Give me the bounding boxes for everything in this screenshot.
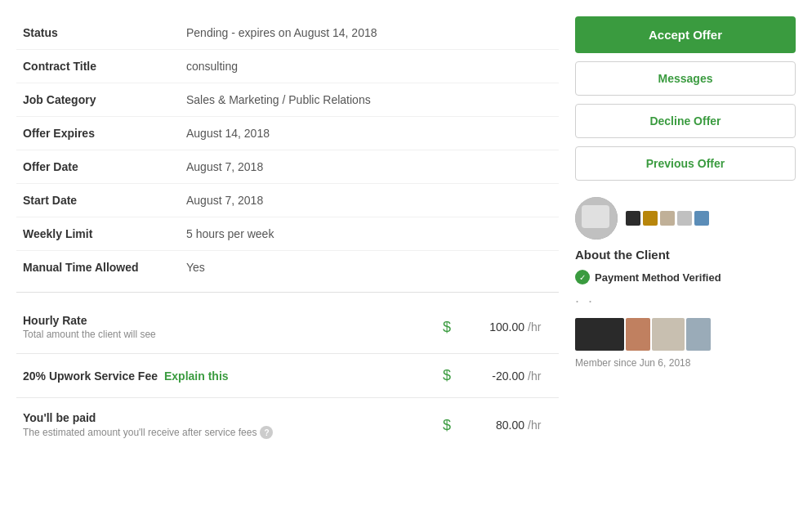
- main-content: Status Pending - expires on August 14, 2…: [16, 16, 559, 499]
- about-client-title: About the Client: [575, 248, 796, 262]
- pricing-row: 20% Upwork Service FeeExplain this $ -20…: [16, 354, 559, 398]
- dollar-sign: $: [435, 367, 459, 384]
- payment-verified-icon: ✓: [575, 270, 590, 284]
- pricing-row: You'll be paid The estimated amount you'…: [16, 398, 559, 452]
- info-row: Weekly Limit 5 hours per week: [16, 217, 559, 251]
- client-section: About the Client ✓ Payment Method Verifi…: [575, 197, 796, 369]
- color-swatch: [677, 211, 692, 226]
- pricing-section: Hourly Rate Total amount the client will…: [16, 301, 559, 452]
- info-table: Status Pending - expires on August 14, 2…: [16, 16, 559, 284]
- pricing-sublabel: Total amount the client will see: [23, 329, 435, 340]
- dots-row: · ·: [575, 293, 796, 310]
- color-swatch: [643, 211, 658, 226]
- client-avatar: [575, 197, 618, 240]
- per-hour: /hr: [528, 419, 552, 432]
- client-color-swatches: [626, 211, 709, 226]
- dollar-sign: $: [435, 417, 459, 434]
- previous-offer-button[interactable]: Previous Offer: [575, 146, 796, 181]
- color-swatch: [660, 211, 675, 226]
- per-hour: /hr: [528, 369, 552, 383]
- pricing-row: Hourly Rate Total amount the client will…: [16, 301, 559, 354]
- info-row: Start Date August 7, 2018: [16, 184, 559, 217]
- pricing-amount: 100.00: [459, 320, 524, 334]
- help-icon[interactable]: ?: [260, 426, 273, 439]
- client-header-row: [575, 197, 796, 240]
- info-label: Start Date: [16, 184, 180, 217]
- pricing-amount: 80.00: [459, 419, 524, 432]
- pricing-amount: -20.00: [459, 369, 524, 383]
- client-img-1: [575, 318, 624, 351]
- client-logo-icon: [575, 197, 618, 240]
- info-row: Manual Time Allowed Yes: [16, 251, 559, 284]
- info-row: Contract Title consulting: [16, 50, 559, 83]
- info-row: Offer Date August 7, 2018: [16, 150, 559, 184]
- svg-point-0: [575, 197, 618, 240]
- info-value: 5 hours per week: [180, 217, 559, 251]
- messages-button[interactable]: Messages: [575, 61, 796, 96]
- decline-offer-button[interactable]: Decline Offer: [575, 104, 796, 138]
- page-wrapper: Status Pending - expires on August 14, 2…: [0, 0, 812, 515]
- info-row: Offer Expires August 14, 2018: [16, 117, 559, 150]
- info-label: Weekly Limit: [16, 217, 180, 251]
- pricing-label: Hourly Rate: [23, 314, 87, 327]
- color-swatch: [626, 211, 640, 226]
- info-row: Status Pending - expires on August 14, 2…: [16, 16, 559, 50]
- payment-verified-label: Payment Method Verified: [595, 271, 721, 284]
- pricing-label-block: 20% Upwork Service FeeExplain this: [23, 369, 435, 383]
- info-value: August 7, 2018: [180, 184, 559, 217]
- payment-verified-row: ✓ Payment Method Verified: [575, 270, 796, 284]
- color-swatch: [694, 211, 709, 226]
- accept-offer-button[interactable]: Accept Offer: [575, 16, 796, 53]
- pricing-label: You'll be paid: [23, 411, 96, 424]
- member-since: Member since Jun 6, 2018: [575, 357, 796, 369]
- client-image-strip: [575, 318, 796, 351]
- info-value: Sales & Marketing / Public Relations: [180, 83, 559, 117]
- info-label: Contract Title: [16, 50, 180, 83]
- pricing-label-block: You'll be paid The estimated amount you'…: [23, 411, 435, 439]
- info-value: consulting: [180, 50, 559, 83]
- info-label: Job Category: [16, 83, 180, 117]
- dollar-sign: $: [435, 319, 459, 336]
- info-label: Offer Date: [16, 150, 180, 184]
- client-img-2: [626, 318, 650, 351]
- info-value: August 7, 2018: [180, 150, 559, 184]
- info-label: Status: [16, 16, 180, 50]
- pricing-label-block: Hourly Rate Total amount the client will…: [23, 314, 435, 340]
- info-row: Job Category Sales & Marketing / Public …: [16, 83, 559, 117]
- info-value: August 14, 2018: [180, 117, 559, 150]
- client-img-4: [686, 318, 711, 351]
- pricing-sublabel: The estimated amount you'll receive afte…: [23, 426, 435, 439]
- info-label: Offer Expires: [16, 117, 180, 150]
- per-hour: /hr: [528, 320, 552, 334]
- info-value: Pending - expires on August 14, 2018: [180, 16, 559, 50]
- client-img-3: [652, 318, 685, 351]
- info-value: Yes: [180, 251, 559, 284]
- pricing-label: 20% Upwork Service Fee: [23, 369, 158, 383]
- sidebar: Accept Offer Messages Decline Offer Prev…: [575, 16, 796, 499]
- section-divider: [16, 292, 559, 293]
- explain-link[interactable]: Explain this: [164, 369, 229, 383]
- info-label: Manual Time Allowed: [16, 251, 180, 284]
